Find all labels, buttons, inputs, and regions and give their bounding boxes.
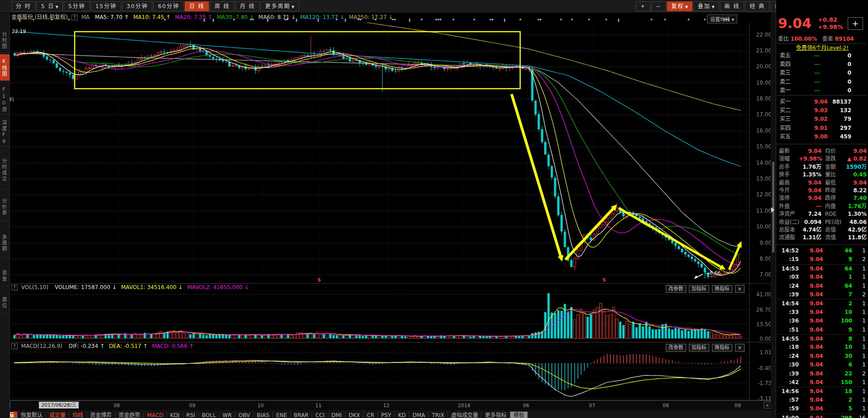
- sidebar-item-3[interactable]: 深度F9: [0, 119, 9, 146]
- trade-cell: 1: [832, 273, 852, 281]
- indicator-tab-KDJ[interactable]: KDJ: [167, 412, 183, 418]
- caret-down-icon: ▼: [684, 5, 688, 9]
- indicator-tab-CR[interactable]: CR: [364, 412, 378, 418]
- trade-cell: 15:00: [779, 414, 799, 418]
- indicator-tab-KD[interactable]: KD: [395, 412, 409, 418]
- period-tab-2[interactable]: 5分钟: [64, 1, 90, 11]
- indicator-tab-ENE[interactable]: ENE: [273, 412, 290, 418]
- indicator-tab-DKX[interactable]: DKX: [346, 412, 364, 418]
- stat-row: 总手1.76万金额1590万: [778, 163, 867, 171]
- tool-button-2[interactable]: 复权 ▼: [667, 1, 693, 11]
- tool-button-1[interactable]: −: [651, 1, 666, 11]
- sidebar-item-8[interactable]: 席位: [0, 292, 9, 314]
- indicator-tab-PSY[interactable]: PSY: [378, 412, 395, 418]
- book-label: 卖四: [780, 60, 791, 69]
- period-tab-3[interactable]: 15分钟: [91, 1, 121, 11]
- macd-button-1[interactable]: 加指标: [689, 344, 709, 352]
- help-icon[interactable]: ?: [71, 14, 78, 20]
- trade-cell: 22: [832, 370, 852, 378]
- price-change-pct: +9.98%: [818, 24, 843, 30]
- macd-pane-header: ? MACD(12,26,9) DIF: -0.234 ↑DEA: -0.517…: [9, 343, 750, 353]
- sidebar-item-1[interactable]: K线图: [0, 54, 9, 81]
- period-tab-5[interactable]: 60分钟: [153, 1, 184, 11]
- tool-button-0[interactable]: +: [636, 1, 650, 11]
- period-tab-7[interactable]: 周 线: [210, 1, 234, 11]
- indicator-tab-RSI[interactable]: RSI: [183, 412, 199, 418]
- macd-close-button[interactable]: ×: [735, 344, 745, 352]
- period-tab-6[interactable]: 日 线: [185, 1, 209, 11]
- trade-cell: :39: [779, 290, 799, 299]
- indicator-tab-成交量[interactable]: 成交量: [46, 412, 69, 418]
- period-tab-4[interactable]: 30分钟: [122, 1, 152, 11]
- caret-down-icon: ▼: [290, 5, 294, 9]
- indicator-tab-WR[interactable]: WR: [219, 412, 235, 418]
- indicator-tab-DMA[interactable]: DMA: [409, 412, 429, 418]
- ma-value-1: MA10: 7.45 ↑: [133, 14, 171, 20]
- tool-button-5[interactable]: 经 典: [745, 1, 769, 11]
- sidebar-item-7[interactable]: 资金: [0, 266, 9, 286]
- indicator-tab-虚拟成交量[interactable]: 虚拟成交量: [448, 412, 482, 418]
- vol-indicator-name: VOL(5,10): [21, 284, 48, 290]
- indicator-tab-TRIX[interactable]: TRIX: [429, 412, 448, 418]
- trade-cell: 9.04: [810, 414, 823, 418]
- trade-cell: 1: [854, 247, 866, 255]
- sidebar-item-5[interactable]: 分价表: [0, 193, 9, 221]
- period-tab-1[interactable]: 5 日 ▼: [37, 1, 63, 11]
- trade-cell: 9.04: [810, 361, 823, 369]
- vol-button-2[interactable]: 换指标: [712, 285, 732, 293]
- book-row: 卖五—0: [778, 52, 867, 60]
- tool-button-4[interactable]: 画 线: [720, 1, 745, 11]
- macd-button-2[interactable]: 换指标: [712, 344, 732, 352]
- vol-help-icon[interactable]: ?: [11, 285, 18, 290]
- trade-row: :599.0451: [778, 404, 867, 413]
- indicator-tab-DMI[interactable]: DMI: [328, 412, 346, 418]
- sidebar-item-4[interactable]: 分时成交: [0, 151, 9, 190]
- sidebar-item-2[interactable]: F10资料: [0, 85, 9, 114]
- weicha-label: 委差: [822, 36, 833, 42]
- book-price: 9.02: [814, 115, 828, 124]
- trade-cell: 1: [854, 387, 866, 396]
- tool-button-3[interactable]: 叠加 ▼: [693, 1, 719, 11]
- vol-button-0[interactable]: 改参数: [666, 285, 686, 293]
- macd-button-0[interactable]: 改参数: [666, 344, 686, 352]
- trade-cell: 16: [854, 414, 866, 418]
- stat-cell: 均价: [825, 147, 836, 155]
- trade-cell: 9.04: [810, 387, 823, 396]
- trade-cell: 2: [854, 290, 866, 299]
- trade-list[interactable]: 14:529.04461:159.049214:539.04641:039.04…: [776, 246, 868, 418]
- macd-value-1: DEA: -0.517 ↑: [109, 343, 147, 349]
- indicator-tab-资金博弈[interactable]: 资金博弈: [87, 412, 115, 418]
- indicator-tab-BRAR[interactable]: BRAR: [291, 412, 313, 418]
- vol-close-button[interactable]: ×: [735, 285, 745, 293]
- vol-button-1[interactable]: 加指标: [689, 285, 709, 293]
- indicator-tab-恢复默认[interactable]: 恢复默认: [18, 412, 46, 418]
- indicator-tab-OBV[interactable]: OBV: [235, 412, 254, 418]
- trade-cell: 2: [854, 255, 866, 264]
- book-price: 9.00: [814, 133, 828, 141]
- indicator-tab-均线[interactable]: 均线: [69, 412, 87, 418]
- sidebar-item-0[interactable]: 分时图: [0, 28, 9, 53]
- indicator-tab-CCI[interactable]: CCI: [312, 412, 328, 418]
- level2-link[interactable]: 免费领6个月Level-2!: [796, 45, 849, 51]
- trade-cell: 64: [832, 265, 852, 273]
- indicator-tab-BOLL[interactable]: BOLL: [199, 412, 219, 418]
- period-tab-9[interactable]: 更多周期 ▼: [261, 1, 299, 11]
- dividend-marker: $: [318, 277, 321, 283]
- trade-cell: 9.04: [810, 247, 823, 255]
- scroll-right-button[interactable]: »: [764, 402, 771, 408]
- period-tab-0[interactable]: 分 时: [11, 1, 36, 11]
- panel-collapse-arrow[interactable]: [771, 207, 774, 213]
- kline-chart-canvas[interactable]: [0, 0, 868, 418]
- add-to-watchlist-button[interactable]: +: [848, 17, 863, 30]
- indicator-tab-更多指标[interactable]: 更多指标: [482, 412, 510, 418]
- macd-help-icon[interactable]: ?: [11, 343, 18, 349]
- ma-prefix: MA: [81, 14, 90, 20]
- sidebar-item-6[interactable]: 多周期: [0, 229, 9, 257]
- indicator-tab-MACD[interactable]: MACD: [144, 412, 167, 418]
- indicator-tab-资金趋势[interactable]: 资金趋势: [115, 412, 144, 418]
- stat-row: 最高9.04最低9.04: [778, 179, 867, 187]
- caret-down-icon: ▼: [711, 5, 715, 9]
- indicator-tab-BIAS[interactable]: BIAS: [254, 412, 273, 418]
- indicator-tab-模板[interactable]: 模板: [510, 412, 528, 418]
- period-tab-8[interactable]: 月 线: [235, 1, 260, 11]
